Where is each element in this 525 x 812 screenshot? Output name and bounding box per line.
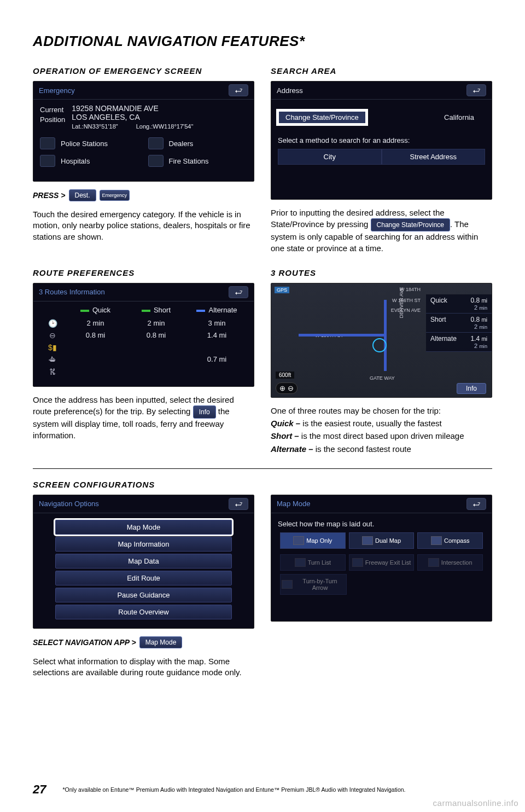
threeroutes-body: One of three routes may be chosen for th… bbox=[271, 405, 492, 455]
emergency-screenshot: Emergency ⮐ Current Position 19258 NORMA… bbox=[33, 81, 254, 182]
threeroutes-title: 3 ROUTES bbox=[271, 268, 492, 277]
page-footer: 27 *Only available on Entune™ Premium Au… bbox=[33, 782, 492, 797]
page-number: 27 bbox=[33, 782, 46, 797]
emergency-button[interactable]: Emergency bbox=[100, 190, 130, 201]
section-3routes: 3 ROUTES W 184TH W 186TH ST EVELYN AVE W… bbox=[271, 268, 492, 456]
mm-intersection[interactable]: Intersection bbox=[417, 554, 483, 571]
back-icon[interactable]: ⮐ bbox=[229, 286, 248, 298]
mm-turn-arrow[interactable]: Turn-by-Turn Arrow bbox=[280, 574, 347, 595]
opt-map-data[interactable]: Map Data bbox=[55, 554, 232, 569]
gps-target-icon bbox=[372, 338, 387, 352]
map-mode-inline-button[interactable]: Map Mode bbox=[139, 636, 183, 648]
info-button[interactable]: Info bbox=[193, 405, 216, 419]
navoptions-screenshot: Navigation Options ⮐ Map Mode Map Inform… bbox=[33, 495, 254, 629]
emergency-header-label: Emergency bbox=[39, 86, 75, 95]
mm-compass[interactable]: Compass bbox=[417, 532, 483, 549]
opt-map-information[interactable]: Map Information bbox=[55, 537, 232, 552]
address-prompt: Select a method to search for an address… bbox=[278, 136, 485, 144]
manual-page: ADDITIONAL NAVIGATION FEATURES* OPERATIO… bbox=[0, 0, 525, 812]
current-position-label: Current Position bbox=[40, 104, 65, 130]
hospital-icon bbox=[40, 155, 55, 167]
list-icon bbox=[428, 558, 439, 567]
opt-map-mode[interactable]: Map Mode bbox=[55, 520, 232, 535]
routeprefs-title: ROUTE PREFERENCES bbox=[33, 268, 254, 277]
police-icon bbox=[40, 137, 55, 149]
emg-firestations[interactable]: Fire Stations bbox=[148, 155, 248, 167]
emg-hospitals[interactable]: Hospitals bbox=[40, 155, 139, 167]
route-quick[interactable]: Quick0.8 mi2 min bbox=[426, 294, 492, 314]
grid-icon bbox=[293, 536, 304, 545]
ferry-icon: ⛴ bbox=[40, 355, 65, 364]
dest-button[interactable]: Dest. bbox=[69, 189, 96, 201]
back-icon[interactable]: ⮐ bbox=[229, 84, 248, 96]
opt-route-overview[interactable]: Route Overview bbox=[55, 605, 232, 619]
row-2: ROUTE PREFERENCES 3 Routes Information ⮐… bbox=[33, 268, 492, 456]
back-icon[interactable]: ⮐ bbox=[229, 498, 248, 510]
row-1: OPERATION OF EMERGENCY SCREEN Emergency … bbox=[33, 66, 492, 254]
search-title: SEARCH AREA bbox=[271, 66, 492, 76]
section-map-mode: Map Mode ⮐ Select how the map is laid ou… bbox=[271, 495, 492, 678]
map-info-button[interactable]: Info bbox=[457, 383, 486, 394]
zoom-controls[interactable]: ⊕ ⊖ bbox=[276, 382, 298, 394]
address-ss-header: Address ⮐ bbox=[271, 82, 492, 100]
freeway-icon: ⛕ bbox=[40, 367, 65, 376]
mapmode-header: Map Mode ⮐ bbox=[271, 495, 492, 513]
list-icon bbox=[295, 558, 306, 567]
routeprefs-screenshot: 3 Routes Information ⮐ Quick Short Alter… bbox=[33, 283, 254, 387]
arrow-icon bbox=[282, 580, 293, 589]
grid-icon bbox=[362, 536, 373, 545]
mm-freeway-exit[interactable]: Freeway Exit List bbox=[349, 554, 415, 571]
emg-dealers[interactable]: Dealers bbox=[148, 137, 248, 149]
emergency-title: OPERATION OF EMERGENCY SCREEN bbox=[33, 66, 254, 76]
change-state-button[interactable]: Change State/Province bbox=[278, 111, 366, 124]
firetruck-icon bbox=[148, 155, 164, 167]
change-state-inline-button[interactable]: Change State/Province bbox=[371, 218, 450, 231]
page-title: ADDITIONAL NAVIGATION FEATURES* bbox=[33, 33, 492, 50]
screenconf-title: SCREEN CONFIGURATIONS bbox=[33, 480, 492, 489]
address-header-label: Address bbox=[277, 86, 303, 95]
dealer-icon bbox=[148, 137, 164, 149]
section-route-prefs: ROUTE PREFERENCES 3 Routes Information ⮐… bbox=[33, 268, 254, 456]
mm-dual-map[interactable]: Dual Map bbox=[349, 532, 415, 549]
route-short[interactable]: Short0.8 mi2 min bbox=[426, 314, 492, 333]
navoptions-header: Navigation Options ⮐ bbox=[33, 495, 254, 513]
routeprefs-body: Once the address has been inputted, sele… bbox=[33, 395, 254, 441]
divider bbox=[33, 468, 492, 469]
current-state: California bbox=[444, 113, 485, 121]
section-emergency: OPERATION OF EMERGENCY SCREEN Emergency … bbox=[33, 66, 254, 254]
search-body: Prior to inputting the desired address, … bbox=[271, 207, 492, 254]
gps-badge: GPS bbox=[275, 287, 289, 293]
watermark: carmanualsonline.info bbox=[433, 798, 518, 808]
section-search-area: SEARCH AREA Address ⮐ Change State/Provi… bbox=[271, 66, 492, 254]
emergency-ss-header: Emergency ⮐ bbox=[33, 82, 254, 100]
grid-icon bbox=[431, 536, 442, 545]
street-address-button[interactable]: Street Address bbox=[382, 149, 486, 165]
section-nav-options: Navigation Options ⮐ Map Mode Map Inform… bbox=[33, 495, 254, 678]
emergency-body: Touch the desired emergency category. If… bbox=[33, 209, 254, 242]
mm-map-only[interactable]: Map Only bbox=[280, 532, 346, 549]
address-screenshot: Address ⮐ Change State/Province Californ… bbox=[271, 81, 492, 200]
back-icon[interactable]: ⮐ bbox=[466, 498, 486, 510]
map-screenshot: W 184TH W 186TH ST EVELYN AVE W 190TH ST… bbox=[271, 283, 492, 398]
mapmode-prompt: Select how the map is laid out. bbox=[278, 520, 485, 528]
map-scale: 600ft bbox=[276, 372, 294, 379]
route-panel: Quick0.8 mi2 min Short0.8 mi2 min Altern… bbox=[426, 294, 492, 352]
distance-icon: ⊖ bbox=[40, 331, 65, 340]
back-icon[interactable]: ⮐ bbox=[466, 84, 486, 96]
opt-edit-route[interactable]: Edit Route bbox=[55, 571, 232, 585]
emg-police[interactable]: Police Stations bbox=[40, 137, 139, 149]
route-alternate[interactable]: Alternate1.4 mi2 min bbox=[426, 333, 492, 352]
press-line: PRESS > Dest. Emergency bbox=[33, 189, 254, 201]
list-icon bbox=[352, 558, 363, 567]
city-button[interactable]: City bbox=[278, 149, 382, 165]
select-nav-app-line: SELECT NAVIGATION APP > Map Mode bbox=[33, 636, 254, 648]
routeprefs-ss-header: 3 Routes Information ⮐ bbox=[33, 283, 254, 301]
toll-icon: $▮ bbox=[40, 343, 65, 352]
mm-turn-list[interactable]: Turn List bbox=[280, 554, 346, 571]
opt-pause-guidance[interactable]: Pause Guidance bbox=[55, 588, 232, 602]
current-position-value: 19258 NORMANDIE AVE LOS ANGELES, CA Lat.… bbox=[72, 104, 193, 130]
clock-icon: 🕑 bbox=[40, 319, 65, 328]
row-3: Navigation Options ⮐ Map Mode Map Inform… bbox=[33, 495, 492, 678]
footnote: *Only available on Entune™ Premium Audio… bbox=[62, 786, 405, 793]
screenconf-body: Select what information to display with … bbox=[33, 656, 254, 678]
